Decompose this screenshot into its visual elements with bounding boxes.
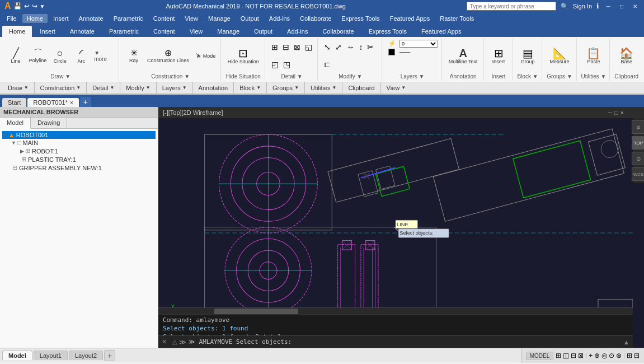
detail-btn3[interactable]: ⊠ bbox=[292, 42, 302, 52]
tab-layout1[interactable]: Layout1 bbox=[34, 351, 68, 360]
view-btn-side[interactable]: ⊙ bbox=[632, 152, 644, 165]
measure-btn[interactable]: 📐 Measure bbox=[548, 46, 572, 66]
modify-btn2[interactable]: ⤢ bbox=[333, 42, 344, 52]
quick-access-save[interactable]: 💾 bbox=[13, 2, 22, 10]
section-construction[interactable]: Construction▼ bbox=[35, 82, 87, 94]
view-btn-top-label[interactable]: TOP bbox=[632, 136, 644, 150]
status-icon-5[interactable]: + bbox=[589, 352, 593, 360]
circle-button[interactable]: ○ Circle bbox=[50, 47, 70, 65]
detail-btn1[interactable]: ⊞ bbox=[270, 42, 280, 52]
tab-model-layout[interactable]: Model bbox=[2, 351, 32, 360]
group-btn[interactable]: ▤ Group bbox=[518, 46, 538, 66]
base-btn[interactable]: 🏠 Base bbox=[617, 46, 637, 66]
tree-item-robot1[interactable]: ▶ ⊞ ROBOT:1 bbox=[2, 147, 156, 155]
paste-btn[interactable]: 📋 Paste bbox=[584, 46, 604, 66]
status-icon-9[interactable]: ⊛ bbox=[616, 352, 622, 360]
menu-featured[interactable]: Featured Apps bbox=[386, 14, 435, 23]
layer-props-btn[interactable]: ⚡ bbox=[387, 39, 398, 48]
app-icon[interactable]: A bbox=[4, 1, 11, 11]
layer-select[interactable]: 0 bbox=[399, 40, 438, 48]
menu-manage[interactable]: Manage bbox=[204, 14, 235, 23]
status-icon-11[interactable]: ⊟ bbox=[634, 352, 640, 360]
menu-insert[interactable]: Insert bbox=[49, 14, 73, 23]
insert-btn[interactable]: ⊞ Insert bbox=[488, 46, 509, 66]
section-block[interactable]: Block▼ bbox=[234, 82, 267, 94]
tab-express[interactable]: Express Tools bbox=[362, 26, 413, 37]
status-icon-1[interactable]: ⊞ bbox=[556, 352, 561, 360]
menu-addins[interactable]: Add-ins bbox=[265, 14, 294, 23]
sign-in-button[interactable]: Sign In bbox=[573, 3, 592, 10]
section-view[interactable]: View▼ bbox=[381, 82, 412, 94]
more-draw-button[interactable]: ▼ more bbox=[92, 49, 115, 63]
modify-btn6[interactable]: ⊏ bbox=[322, 59, 332, 69]
tab-manage[interactable]: Manage bbox=[210, 26, 246, 37]
status-icon-6[interactable]: ⊕ bbox=[594, 352, 600, 360]
view-btn-top[interactable]: ⊡ bbox=[632, 120, 644, 134]
tab-addins[interactable]: Add-ins bbox=[280, 26, 314, 37]
menu-collaborate[interactable]: Collaborate bbox=[295, 14, 336, 23]
layer-color-btn[interactable] bbox=[387, 48, 397, 56]
minimize-button[interactable]: ─ bbox=[604, 2, 613, 11]
polyline-button[interactable]: ⌒ Polyline bbox=[27, 48, 49, 64]
tab-annotate[interactable]: Annotate bbox=[63, 26, 101, 37]
menu-parametric[interactable]: Parametric bbox=[109, 14, 148, 23]
multiline-text-btn[interactable]: A Multiline Text bbox=[446, 46, 480, 66]
modify-btn5[interactable]: ✂ bbox=[365, 42, 375, 52]
scrollbar-horizontal[interactable] bbox=[158, 307, 633, 314]
status-icon-4[interactable]: ⊠ bbox=[578, 352, 584, 360]
detail-btn6[interactable]: ◳ bbox=[281, 59, 292, 69]
model-status-btn[interactable]: MODEL bbox=[526, 352, 554, 360]
mode-button[interactable]: 🖱 Mode bbox=[194, 52, 218, 60]
modify-btn1[interactable]: ⤡ bbox=[322, 42, 332, 52]
tab-featured[interactable]: Featured Apps bbox=[415, 26, 468, 37]
detail-btn2[interactable]: ⊟ bbox=[281, 42, 291, 52]
modify-btn4[interactable]: ↕ bbox=[357, 42, 364, 52]
menu-home[interactable]: Home bbox=[22, 14, 48, 23]
section-draw[interactable]: Draw▼ bbox=[2, 82, 35, 94]
arc-button[interactable]: ◜ Arc bbox=[71, 47, 91, 65]
close-button[interactable]: ✕ bbox=[631, 2, 640, 11]
tab-insert[interactable]: Insert bbox=[33, 26, 62, 37]
info-icon[interactable]: ℹ bbox=[596, 2, 599, 10]
menu-output[interactable]: Output bbox=[236, 14, 264, 23]
tree-item-plastic-tray[interactable]: ⊞ PLASTIC TRAY:1 bbox=[2, 155, 156, 164]
tab-output[interactable]: Output bbox=[247, 26, 279, 37]
section-groups[interactable]: Groups▼ bbox=[267, 82, 305, 94]
scrollbar-h-thumb[interactable] bbox=[214, 309, 298, 314]
status-icon-7[interactable]: ◎ bbox=[601, 352, 607, 360]
status-icon-8[interactable]: ⊙ bbox=[609, 352, 614, 360]
tree-item-robot001[interactable]: ▼ ▲ ROBOT001 bbox=[2, 131, 156, 139]
quick-access-undo[interactable]: ↩ bbox=[24, 2, 30, 10]
minimize-viewport[interactable]: ─ bbox=[608, 109, 612, 116]
layer-linetype-btn[interactable]: ─── bbox=[398, 49, 412, 55]
tab-layout2[interactable]: Layout2 bbox=[69, 351, 103, 360]
search-input[interactable] bbox=[467, 2, 556, 11]
command-expand-button[interactable]: △ bbox=[170, 338, 179, 346]
line-button[interactable]: ╱ Line bbox=[6, 47, 26, 65]
add-layout-button[interactable]: + bbox=[104, 350, 115, 361]
tab-parametric[interactable]: Parametric bbox=[102, 26, 145, 37]
search-icon[interactable]: 🔍 bbox=[561, 3, 568, 10]
tab-start[interactable]: Start bbox=[2, 98, 26, 107]
tab-content[interactable]: Content bbox=[147, 26, 182, 37]
tree-item-main[interactable]: ▼ □ MAIN bbox=[2, 139, 156, 147]
detail-btn4[interactable]: ◱ bbox=[303, 42, 314, 52]
section-clipboard[interactable]: Clipboard bbox=[342, 82, 380, 94]
modify-btn3[interactable]: ↔ bbox=[345, 42, 356, 52]
tab-robot001[interactable]: ROBOT001* × bbox=[27, 98, 79, 107]
menu-content[interactable]: Content bbox=[149, 14, 180, 23]
section-detail[interactable]: Detail▼ bbox=[87, 82, 120, 94]
tab-robot001-close[interactable]: × bbox=[70, 100, 73, 106]
view-btn-wcs[interactable]: WCS bbox=[632, 167, 644, 181]
quick-access-redo[interactable]: ↪ bbox=[32, 2, 37, 10]
section-annotation[interactable]: Annotation bbox=[193, 82, 234, 94]
menu-express[interactable]: Express Tools bbox=[337, 14, 384, 23]
restore-viewport[interactable]: □ bbox=[614, 109, 618, 116]
close-viewport[interactable]: × bbox=[621, 109, 624, 116]
status-icon-10[interactable]: ⊞ bbox=[627, 352, 632, 360]
menu-raster[interactable]: Raster Tools bbox=[435, 14, 478, 23]
hide-situation-button[interactable]: ⊡ Hide Situation bbox=[225, 46, 261, 66]
construction-lines-button[interactable]: ⊕ Construction Lines bbox=[145, 48, 191, 64]
status-icon-3[interactable]: ⊟ bbox=[571, 352, 576, 360]
browser-tab-drawing[interactable]: Drawing bbox=[31, 118, 67, 128]
